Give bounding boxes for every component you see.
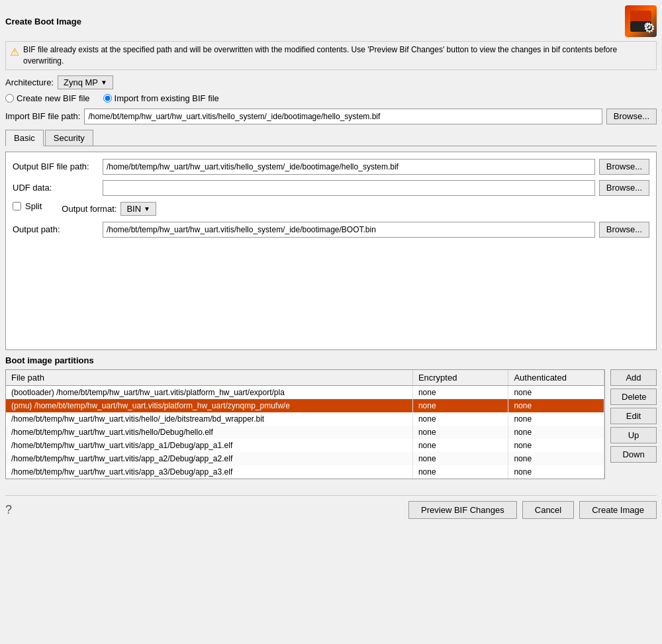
partition-filepath: /home/bt/temp/hw_uart/hw_uart.vitis/app_… [6,439,412,452]
output-path-row: Output path: Browse... [13,222,649,238]
arch-dropdown-btn[interactable]: Zynq MP ▼ [58,75,113,89]
partition-authenticated: none [508,426,604,439]
partitions-table: File path Encrypted Authenticated (bootl… [6,370,604,479]
partition-encrypted: none [412,439,508,452]
svg-text:⚙: ⚙ [643,21,651,31]
partition-encrypted: none [412,452,508,465]
svg-rect-1 [630,21,651,32]
partition-filepath: (bootloader) /home/bt/temp/hw_uart/hw_ua… [6,385,412,399]
table-row[interactable]: (bootloader) /home/bt/temp/hw_uart/hw_ua… [6,385,604,399]
format-dropdown-arrow-icon: ▼ [144,205,150,212]
help-icon[interactable]: ? [5,503,12,517]
col-header-encrypted: Encrypted [412,370,508,386]
tab-security[interactable]: Security [45,130,93,146]
up-partition-btn[interactable]: Up [610,427,657,443]
arch-value: Zynq MP [64,77,98,87]
table-row[interactable]: /home/bt/temp/hw_uart/hw_uart.vitis/app_… [6,439,604,452]
create-bif-option[interactable]: Create new BIF file [5,93,90,103]
udf-browse-btn[interactable]: Browse... [599,180,649,196]
partition-encrypted: none [412,412,508,426]
partitions-title: Boot image partitions [5,355,657,365]
edit-partition-btn[interactable]: Edit [610,408,657,424]
partition-authenticated: none [508,465,604,479]
dialog-icon: ⚙ [625,5,657,37]
split-checkbox[interactable] [13,202,21,210]
bottom-bar: ? Preview BIF Changes Cancel Create Imag… [5,495,657,519]
warning-icon: ⚠ [10,45,19,60]
import-browse-btn[interactable]: Browse... [606,109,657,124]
import-bif-option[interactable]: Import from existing BIF file [103,93,219,103]
partition-filepath: (pmu) /home/bt/temp/hw_uart/hw_uart.viti… [6,399,412,412]
partition-encrypted: none [412,465,508,479]
output-bif-label: Output BIF file path: [13,161,99,171]
output-bif-browse-btn[interactable]: Browse... [599,159,649,175]
output-format-dropdown[interactable]: BIN ▼ [120,202,156,216]
partition-authenticated: none [508,385,604,399]
import-bif-radio[interactable] [103,94,112,103]
create-bif-label: Create new BIF file [17,93,90,103]
output-format-row: Output format: BIN ▼ [62,202,156,216]
split-label: Split [25,201,42,211]
partition-filepath: /home/bt/temp/hw_uart/hw_uart.vitis/hell… [6,412,412,426]
table-row[interactable]: /home/bt/temp/hw_uart/hw_uart.vitis/app_… [6,452,604,465]
output-bif-input[interactable] [103,159,595,175]
arch-dropdown[interactable]: Zynq MP ▼ [58,75,113,89]
output-format-label: Output format: [62,204,117,214]
output-path-label: Output path: [13,224,99,234]
arch-label: Architecture: [5,77,54,87]
udf-label: UDF data: [13,183,99,193]
create-image-btn[interactable]: Create Image [579,501,657,519]
partition-encrypted: none [412,399,508,412]
import-path-input[interactable] [84,109,602,124]
tab-content-basic: Output BIF file path: Browse... UDF data… [5,152,657,350]
import-bif-label: Import from existing BIF file [115,93,219,103]
udf-row: UDF data: Browse... [13,180,649,196]
partitions-table-wrapper: File path Encrypted Authenticated (bootl… [5,369,605,479]
partition-filepath: /home/bt/temp/hw_uart/hw_uart.vitis/hell… [6,426,412,439]
partition-authenticated: none [508,412,604,426]
output-path-input[interactable] [103,222,595,238]
partition-encrypted: none [412,385,508,399]
partition-authenticated: none [508,452,604,465]
col-header-filepath: File path [6,370,412,386]
udf-input[interactable] [103,180,595,196]
table-row[interactable]: /home/bt/temp/hw_uart/hw_uart.vitis/app_… [6,465,604,479]
partition-buttons: Add Delete Edit Up Down [610,369,657,484]
add-partition-btn[interactable]: Add [610,369,657,386]
partition-encrypted: none [412,426,508,439]
down-partition-btn[interactable]: Down [610,446,657,463]
partition-filepath: /home/bt/temp/hw_uart/hw_uart.vitis/app_… [6,465,412,479]
create-bif-radio[interactable] [5,94,14,103]
warning-box: ⚠ BIF file already exists at the specifi… [5,41,657,70]
dialog-title: Create Boot Image [5,17,81,26]
output-bif-row: Output BIF file path: Browse... [13,159,649,175]
col-header-authenticated: Authenticated [508,370,604,386]
table-row[interactable]: /home/bt/temp/hw_uart/hw_uart.vitis/hell… [6,412,604,426]
split-row: Split [13,201,42,211]
partitions-section: Boot image partitions File path Encrypte… [5,355,657,484]
table-row[interactable]: (pmu) /home/bt/temp/hw_uart/hw_uart.viti… [6,399,604,412]
preview-bif-btn[interactable]: Preview BIF Changes [408,501,517,519]
import-label: Import BIF file path: [5,111,80,121]
output-path-browse-btn[interactable]: Browse... [599,222,649,238]
output-format-value: BIN [126,204,141,214]
partition-filepath: /home/bt/temp/hw_uart/hw_uart.vitis/app_… [6,452,412,465]
table-row[interactable]: /home/bt/temp/hw_uart/hw_uart.vitis/hell… [6,426,604,439]
delete-partition-btn[interactable]: Delete [610,389,657,405]
import-path-row: Import BIF file path: Browse... [5,109,657,124]
partition-authenticated: none [508,439,604,452]
tab-basic[interactable]: Basic [5,130,44,146]
warning-text: BIF file already exists at the specified… [23,44,652,67]
partition-authenticated: none [508,399,604,412]
bif-option-group: Create new BIF file Import from existing… [5,93,657,103]
tabs: Basic Security [5,130,657,146]
cancel-btn[interactable]: Cancel [522,501,574,519]
dropdown-arrow-icon: ▼ [101,79,107,86]
partitions-content: File path Encrypted Authenticated (bootl… [5,369,657,484]
